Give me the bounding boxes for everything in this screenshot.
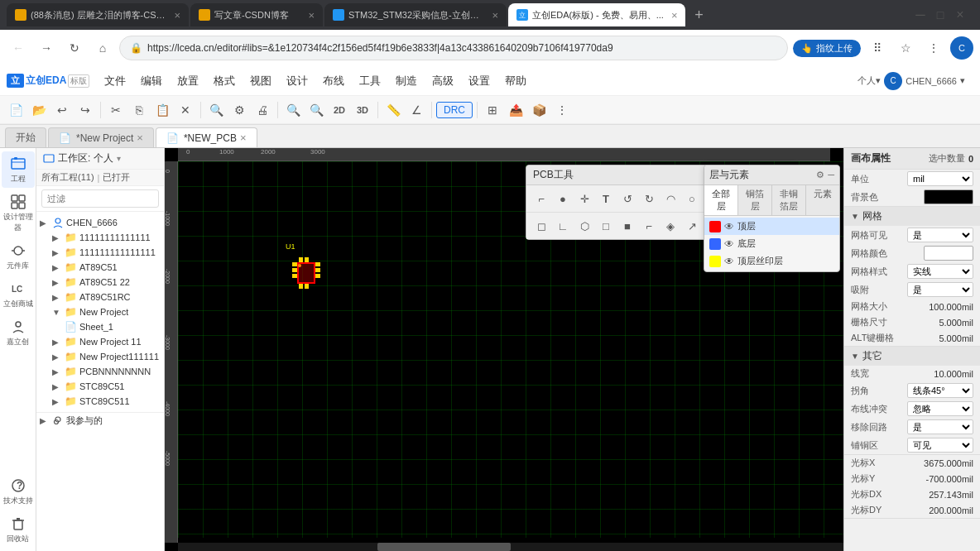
sidebar-support[interactable]: ? 技术支持 xyxy=(2,473,35,510)
measure-button[interactable]: 📏 xyxy=(382,99,404,121)
cut-button[interactable]: ✂ xyxy=(105,99,127,121)
layers-tab-noncopper[interactable]: 非铜箔层 xyxy=(772,185,806,215)
participated-toggle[interactable]: ▶ xyxy=(40,416,50,425)
grid-toggle[interactable]: ▼ xyxy=(851,212,859,221)
pcb-tool-ellipse[interactable]: ○ xyxy=(682,189,702,208)
new-file-button[interactable]: 📄 xyxy=(5,99,26,121)
minimize-button[interactable]: ─ xyxy=(912,7,929,23)
grid-visible-select[interactable]: 是 否 xyxy=(907,228,973,242)
profile-avatar[interactable]: C xyxy=(950,36,973,60)
forward-button[interactable]: → xyxy=(35,36,58,60)
toggle-9[interactable]: ▶ xyxy=(52,382,62,391)
tree-item-9[interactable]: ▶ 📁 STC89C51 xyxy=(36,379,164,394)
pcb-tool-text[interactable]: T xyxy=(596,189,616,208)
copy-button[interactable]: ⎘ xyxy=(128,99,150,121)
pcb-tool-ccw[interactable]: ↺ xyxy=(617,189,637,208)
app-tab-newproject[interactable]: 📄 *New Project × xyxy=(48,127,154,147)
open-button[interactable]: 📂 xyxy=(28,99,50,121)
sidebar-project[interactable]: 工程 xyxy=(2,151,35,188)
pcb-tool-arc[interactable]: ◠ xyxy=(661,189,680,208)
zoom-out-button[interactable]: 🔍 xyxy=(305,99,327,121)
pcb-tool-poly[interactable]: ◻ xyxy=(531,216,551,236)
tree-item-3[interactable]: ▶ 📁 AT89C51 22 xyxy=(36,275,164,290)
user-node-toggle[interactable]: ▶ xyxy=(40,218,50,228)
horizontal-scrollbar[interactable] xyxy=(178,543,843,551)
toggle-2[interactable]: ▶ xyxy=(52,263,62,272)
filter-input[interactable] xyxy=(41,189,159,208)
other-toggle[interactable]: ▼ xyxy=(851,352,859,361)
browser-tab-2[interactable]: 写文章-CSDN博客 × xyxy=(190,3,323,26)
zoom-in-button[interactable]: 🔍 xyxy=(282,99,304,121)
corner-select[interactable]: 线条45° xyxy=(907,383,973,398)
tab-close-2[interactable]: × xyxy=(308,9,315,22)
layers-tab-copper[interactable]: 铜箔层 xyxy=(738,185,772,215)
tree-participated[interactable]: ▶ 我参与的 xyxy=(36,412,164,429)
canvas-area[interactable]: 0 1000 2000 3000 0 -1000 -2000 -3000 -40… xyxy=(165,148,843,551)
menu-view[interactable]: 视图 xyxy=(243,70,278,92)
toggle-10[interactable]: ▶ xyxy=(52,397,62,406)
pcb-component-u1[interactable]: U1 xyxy=(286,252,327,294)
sidebar-community[interactable]: 嘉立创 xyxy=(2,314,35,351)
tree-item-5[interactable]: ▼ 📁 New Project xyxy=(36,304,164,319)
menu-advanced[interactable]: 高级 xyxy=(425,70,460,92)
new-tab-button[interactable]: + xyxy=(687,3,710,26)
menu-edit[interactable]: 编辑 xyxy=(134,70,169,92)
menu-format[interactable]: 格式 xyxy=(207,70,242,92)
drc-select[interactable]: 忽略 xyxy=(907,401,973,416)
menu-tools[interactable]: 工具 xyxy=(353,70,387,92)
sidebar-lcsc[interactable]: LC 立创商城 xyxy=(2,276,35,313)
sidebar-design-manager[interactable]: 设计管理器 xyxy=(2,189,35,237)
back-button[interactable]: ← xyxy=(7,36,30,60)
layer-eye-topsilk[interactable]: 👁 xyxy=(724,256,734,267)
redo-button[interactable]: ↪ xyxy=(74,99,96,121)
layer-item-topsilk[interactable]: 👁 顶层丝印层 xyxy=(704,252,839,270)
user-dropdown[interactable]: ▾ xyxy=(960,75,965,86)
pcb-tool-angle[interactable]: ∟ xyxy=(553,216,573,236)
settings-button[interactable]: ⚙ xyxy=(228,99,250,121)
tab-close-3[interactable]: × xyxy=(492,9,498,22)
pcb-tool-cw[interactable]: ↻ xyxy=(639,189,659,208)
copper-select[interactable]: 可见 xyxy=(907,438,973,453)
undo-button[interactable]: ↩ xyxy=(51,99,73,121)
grid-color-swatch[interactable] xyxy=(924,246,973,261)
tree-item-7[interactable]: ▶ 📁 New Project111111 xyxy=(36,349,164,364)
menu-route[interactable]: 布线 xyxy=(316,70,351,92)
pcb-tool-arrow[interactable]: ↗ xyxy=(682,216,702,236)
pcb-tool-route[interactable]: ⌐ xyxy=(531,189,551,208)
toggle-1[interactable]: ▶ xyxy=(52,248,62,257)
tree-item-0[interactable]: ▶ 📁 11111111111111 xyxy=(36,230,164,245)
menu-help[interactable]: 帮助 xyxy=(498,70,533,92)
extensions-button[interactable]: ⠿ xyxy=(866,36,889,60)
print-button[interactable]: 🖨 xyxy=(252,99,273,121)
toggle-3[interactable]: ▶ xyxy=(52,278,62,287)
drc-button[interactable]: DRC xyxy=(436,102,473,118)
gerber-button[interactable]: 📤 xyxy=(505,99,526,121)
toggle-8[interactable]: ▶ xyxy=(52,367,62,376)
tree-item-1[interactable]: ▶ 📁 111111111111111 xyxy=(36,245,164,260)
menu-settings[interactable]: 设置 xyxy=(462,70,497,92)
menu-design[interactable]: 设计 xyxy=(280,70,315,92)
app-tab-newpcb[interactable]: 📄 *NEW_PCB × xyxy=(156,127,257,147)
tab-close-4[interactable]: × xyxy=(671,9,678,22)
toggle-6[interactable]: ▶ xyxy=(52,338,62,347)
toggle-0[interactable]: ▶ xyxy=(52,233,62,242)
pcb-tool-cross[interactable]: ✛ xyxy=(574,189,594,208)
pcb-tool-pad[interactable]: ◈ xyxy=(661,216,680,236)
pcb-canvas-content[interactable]: U1 xyxy=(178,161,843,538)
browser-tab-3[interactable]: STM32_STM32采购信息-立创电... × xyxy=(324,3,507,26)
menu-manufacture[interactable]: 制造 xyxy=(389,70,424,92)
layers-panel-min[interactable]: ─ xyxy=(828,170,834,180)
tree-item-4[interactable]: ▶ 📁 AT89C51RC xyxy=(36,290,164,304)
reload-button[interactable]: ↻ xyxy=(63,36,86,60)
layers-tab-elements[interactable]: 元素 xyxy=(806,185,839,215)
bgcolor-swatch[interactable] xyxy=(924,189,973,204)
layers-settings-icon[interactable]: ⚙ xyxy=(816,170,824,180)
tree-user-node[interactable]: ▶ CHEN_6666 xyxy=(36,215,164,230)
pcb-tool-rect[interactable]: □ xyxy=(596,216,616,236)
unit-select[interactable]: mil mm xyxy=(907,171,973,186)
search-button[interactable]: 🔍 xyxy=(205,99,227,121)
app-tab-newpcb-close[interactable]: × xyxy=(240,132,247,144)
maximize-button[interactable]: □ xyxy=(932,7,949,23)
app-tab-start[interactable]: 开始 xyxy=(5,127,46,147)
app-tab-newproject-close[interactable]: × xyxy=(137,132,143,144)
